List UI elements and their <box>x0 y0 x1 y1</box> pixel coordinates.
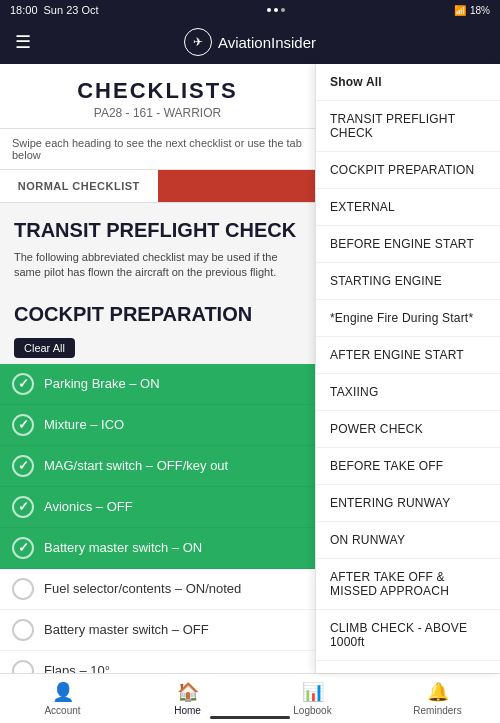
dropdown-item-toc[interactable]: TOC / CRUISE / AIRFIELD APPROACH <box>316 661 500 673</box>
item-text: Battery master switch – ON <box>44 540 202 555</box>
tab-bar: NORMAL CHECKLIST <box>0 170 315 203</box>
status-time: 18:00 Sun 23 Oct <box>10 4 99 16</box>
dropdown-item-engine-fire[interactable]: *Engine Fire During Start* <box>316 300 500 337</box>
section-title-transit: TRANSIT PREFLIGHT CHECK <box>0 203 315 250</box>
uncheck-icon <box>12 660 34 673</box>
nav-home[interactable]: 🏠 Home <box>125 675 250 722</box>
section-subtitle-transit: The following abbreviated checklist may … <box>0 250 315 291</box>
tab-active-red[interactable] <box>158 170 316 202</box>
dropdown-item-power-check[interactable]: POWER CHECK <box>316 411 500 448</box>
list-item[interactable]: ✓ MAG/start switch – OFF/key out <box>0 446 315 487</box>
item-text: Battery master switch – OFF <box>44 622 209 637</box>
checklist-subtitle: PA28 - 161 - WARRIOR <box>20 106 295 120</box>
list-item[interactable]: ✓ Mixture – ICO <box>0 405 315 446</box>
swipe-hint: Swipe each heading to see the next check… <box>0 129 315 170</box>
clear-all-cockpit[interactable]: Clear All <box>14 338 75 358</box>
checklist-panel: CHECKLISTS PA28 - 161 - WARRIOR Swipe ea… <box>0 64 315 673</box>
item-text: Mixture – ICO <box>44 417 124 432</box>
check-icon: ✓ <box>12 496 34 518</box>
logo-icon: ✈ <box>184 28 212 56</box>
dropdown-item-cockpit[interactable]: COCKPIT PREPARATION <box>316 152 500 189</box>
list-item[interactable]: Battery master switch – OFF <box>0 610 315 651</box>
checklist-title-section: CHECKLISTS PA28 - 161 - WARRIOR <box>0 64 315 129</box>
nav-home-label: Home <box>174 705 201 716</box>
dropdown-item-on-runway[interactable]: ON RUNWAY <box>316 522 500 559</box>
check-icon: ✓ <box>12 414 34 436</box>
uncheck-icon <box>12 619 34 641</box>
list-item[interactable]: ✓ Parking Brake – ON <box>0 364 315 405</box>
dropdown-item-climb-check[interactable]: CLIMB CHECK - ABOVE 1000ft <box>316 610 500 661</box>
list-item[interactable]: ✓ Avionics – OFF <box>0 487 315 528</box>
list-item[interactable]: Flaps – 10° <box>0 651 315 673</box>
nav-logbook[interactable]: 📊 Logbook <box>250 675 375 722</box>
list-item[interactable]: Fuel selector/contents – ON/noted <box>0 569 315 610</box>
status-dots <box>267 8 285 12</box>
nav-account-label: Account <box>44 705 80 716</box>
bell-icon: 🔔 <box>427 681 449 703</box>
dropdown-item-before-takeoff[interactable]: BEFORE TAKE OFF <box>316 448 500 485</box>
status-battery: 📶 18% <box>454 5 490 16</box>
home-icon: 🏠 <box>177 681 199 703</box>
dropdown-item-taxiing[interactable]: TAXIING <box>316 374 500 411</box>
item-text: Parking Brake – ON <box>44 376 160 391</box>
dropdown-item-after-engine[interactable]: AFTER ENGINE START <box>316 337 500 374</box>
bottom-nav: 👤 Account 🏠 Home 📊 Logbook 🔔 Reminders <box>0 673 500 723</box>
item-text: Avionics – OFF <box>44 499 133 514</box>
nav-account[interactable]: 👤 Account <box>0 675 125 722</box>
item-text: MAG/start switch – OFF/key out <box>44 458 228 473</box>
subsection-title-cockpit: COCKPIT PREPARATION <box>0 291 315 334</box>
menu-button[interactable]: ☰ <box>15 31 31 53</box>
list-item[interactable]: ✓ Battery master switch – ON <box>0 528 315 569</box>
main-content: CHECKLISTS PA28 - 161 - WARRIOR Swipe ea… <box>0 64 500 673</box>
dropdown-item-show-all[interactable]: Show All <box>316 64 500 101</box>
item-text: Fuel selector/contents – ON/noted <box>44 581 241 596</box>
app-header: ☰ ✈ AviationInsider <box>0 20 500 64</box>
tab-normal-checklist[interactable]: NORMAL CHECKLIST <box>0 170 158 202</box>
check-icon: ✓ <box>12 373 34 395</box>
item-text: Flaps – 10° <box>44 663 110 673</box>
nav-logbook-label: Logbook <box>293 705 331 716</box>
dropdown-panel: Show All TRANSIT PREFLIGHT CHECK COCKPIT… <box>315 64 500 673</box>
home-indicator <box>210 716 290 719</box>
dropdown-item-starting-engine[interactable]: STARTING ENGINE <box>316 263 500 300</box>
check-icon: ✓ <box>12 455 34 477</box>
uncheck-icon <box>12 578 34 600</box>
check-icon: ✓ <box>12 537 34 559</box>
dropdown-item-before-engine[interactable]: BEFORE ENGINE START <box>316 226 500 263</box>
nav-reminders[interactable]: 🔔 Reminders <box>375 675 500 722</box>
app-logo: ✈ AviationInsider <box>184 28 316 56</box>
dropdown-item-transit[interactable]: TRANSIT PREFLIGHT CHECK <box>316 101 500 152</box>
checklist-title: CHECKLISTS <box>20 78 295 104</box>
status-bar: 18:00 Sun 23 Oct 📶 18% <box>0 0 500 20</box>
nav-reminders-label: Reminders <box>413 705 461 716</box>
dropdown-item-external[interactable]: EXTERNAL <box>316 189 500 226</box>
person-icon: 👤 <box>52 681 74 703</box>
dropdown-item-after-takeoff[interactable]: AFTER TAKE OFF & MISSED APPROACH <box>316 559 500 610</box>
dropdown-item-entering-runway[interactable]: ENTERING RUNWAY <box>316 485 500 522</box>
logbook-icon: 📊 <box>302 681 324 703</box>
